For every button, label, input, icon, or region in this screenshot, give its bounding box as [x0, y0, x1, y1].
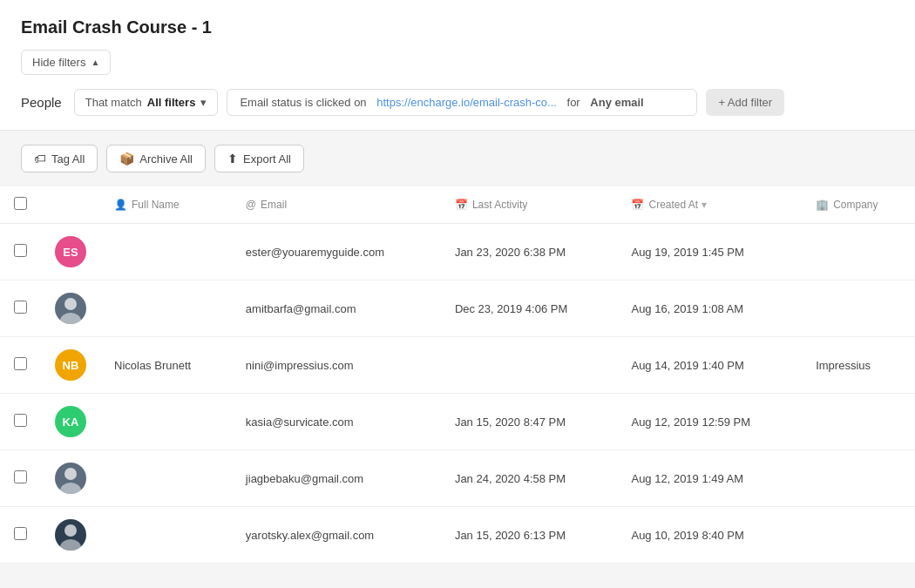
avatar-cell: NB [41, 337, 100, 394]
avatar: KA [55, 406, 86, 437]
avatar: NB [55, 349, 86, 381]
company-cell [802, 224, 915, 280]
filter-prefix: Email status is clicked on [240, 96, 366, 109]
last-activity-cell [441, 337, 618, 394]
avatar-cell [41, 507, 100, 564]
tag-all-label: Tag All [51, 152, 85, 166]
tag-icon: 🏷 [34, 152, 46, 166]
email-cell[interactable]: yarotsky.alex@gmail.com [232, 507, 441, 564]
svg-point-4 [64, 524, 77, 537]
last-activity-cell: Jan 23, 2020 6:38 PM [441, 224, 618, 280]
full-name-cell [100, 450, 232, 507]
table-row: yarotsky.alex@gmail.comJan 15, 2020 6:13… [0, 507, 915, 564]
svg-point-1 [60, 313, 81, 324]
hide-filters-label: Hide filters [32, 56, 85, 69]
email-header[interactable]: @ Email [232, 186, 441, 224]
archive-all-button[interactable]: 📦 Archive All [106, 145, 206, 172]
avatar-cell [41, 450, 100, 507]
svg-point-3 [60, 483, 81, 494]
hide-filters-button[interactable]: Hide filters ▲ [21, 50, 111, 75]
company-cell [802, 507, 915, 564]
full-name-cell [100, 280, 232, 337]
filter-suffix: for [567, 96, 580, 109]
export-icon: ⬆ [227, 152, 238, 166]
people-table: 👤 Full Name @ Email 📅 Last Activity [0, 186, 915, 564]
row-checkbox[interactable] [14, 527, 27, 540]
created-at-header[interactable]: 📅 Created At ▾ [617, 186, 802, 224]
table-row: NBNicolas Brunettnini@impressius.comAug … [0, 337, 915, 394]
select-all-checkbox[interactable] [14, 197, 27, 210]
company-cell: Impressius [802, 337, 915, 394]
building-icon: 🏢 [816, 199, 829, 211]
last-activity-header[interactable]: 📅 Last Activity [441, 186, 618, 224]
row-checkbox-cell[interactable] [0, 337, 41, 394]
row-checkbox-cell[interactable] [0, 450, 41, 507]
created-at-cell: Aug 10, 2019 8:40 PM [617, 507, 802, 564]
email-cell[interactable]: jiagbebaku@gmail.com [232, 450, 441, 507]
row-checkbox[interactable] [14, 244, 27, 257]
export-all-label: Export All [243, 152, 291, 166]
avatar-svg [55, 463, 86, 494]
last-activity-cell: Jan 24, 2020 4:58 PM [441, 450, 618, 507]
svg-point-2 [64, 468, 77, 480]
company-cell [802, 450, 915, 507]
row-checkbox[interactable] [14, 414, 27, 427]
table-row: amitbarfa@gmail.comDec 23, 2019 4:06 PMA… [0, 280, 915, 337]
people-table-container: 👤 Full Name @ Email 📅 Last Activity [0, 186, 915, 564]
match-filter-button[interactable]: That match All filters ▾ [74, 89, 219, 116]
created-at-cell: Aug 12, 2019 1:49 AM [617, 450, 802, 507]
email-cell[interactable]: kasia@survicate.com [232, 394, 441, 450]
active-filter[interactable]: Email status is clicked on https://encha… [227, 89, 697, 116]
full-name-cell [100, 224, 232, 280]
select-all-header[interactable] [0, 186, 41, 224]
header-section: Email Crash Course - 1 Hide filters ▲ Pe… [0, 0, 915, 131]
created-at-cell: Aug 16, 2019 1:08 AM [617, 280, 802, 337]
row-checkbox-cell[interactable] [0, 224, 41, 280]
last-activity-cell: Jan 15, 2020 8:47 PM [441, 394, 618, 450]
people-label: People [21, 95, 62, 110]
sort-arrow-icon: ▾ [702, 199, 707, 211]
row-checkbox-cell[interactable] [0, 280, 41, 337]
company-header[interactable]: 🏢 Company [802, 186, 915, 224]
archive-all-label: Archive All [139, 152, 193, 166]
full-name-header[interactable]: 👤 Full Name [100, 186, 232, 224]
full-name-cell: Nicolas Brunett [100, 337, 232, 394]
row-checkbox-cell[interactable] [0, 507, 41, 564]
full-name-cell [100, 394, 232, 450]
avatar-cell [41, 280, 100, 337]
filter-bold-suffix: Any email [590, 96, 643, 109]
add-filter-button[interactable]: + Add filter [706, 89, 784, 116]
tag-all-button[interactable]: 🏷 Tag All [21, 145, 98, 172]
email-cell[interactable]: amitbarfa@gmail.com [232, 280, 441, 337]
toolbar-section: 🏷 Tag All 📦 Archive All ⬆ Export All [0, 131, 915, 186]
company-cell [802, 394, 915, 450]
last-activity-cell: Jan 15, 2020 6:13 PM [441, 507, 618, 564]
table-row: ESester@youaremyguide.comJan 23, 2020 6:… [0, 224, 915, 280]
avatar-cell: KA [41, 394, 100, 450]
person-icon: 👤 [114, 199, 127, 211]
export-all-button[interactable]: ⬆ Export All [214, 145, 304, 172]
avatar-svg [55, 293, 86, 324]
svg-point-0 [64, 298, 77, 310]
filter-row: People That match All filters ▾ Email st… [21, 89, 894, 130]
created-at-cell: Aug 19, 2019 1:45 PM [617, 224, 802, 280]
avatar [55, 463, 86, 494]
chevron-down-icon: ▾ [200, 96, 207, 109]
page-title: Email Crash Course - 1 [21, 17, 894, 37]
row-checkbox[interactable] [14, 301, 27, 314]
email-cell[interactable]: ester@youaremyguide.com [232, 224, 441, 280]
match-filter-bold: All filters [147, 96, 196, 109]
at-icon: @ [246, 199, 256, 211]
row-checkbox-cell[interactable] [0, 394, 41, 450]
last-activity-cell: Dec 23, 2019 4:06 PM [441, 280, 618, 337]
company-cell [802, 280, 915, 337]
chevron-up-icon: ▲ [91, 57, 99, 67]
avatar [55, 293, 86, 324]
row-checkbox[interactable] [14, 470, 27, 483]
filter-link: https://encharge.io/email-crash-co... [376, 96, 557, 109]
row-checkbox[interactable] [14, 357, 27, 370]
table-row: KAkasia@survicate.comJan 15, 2020 8:47 P… [0, 394, 915, 450]
avatar-cell: ES [41, 224, 100, 280]
archive-icon: 📦 [119, 152, 134, 166]
email-cell[interactable]: nini@impressius.com [232, 337, 441, 394]
